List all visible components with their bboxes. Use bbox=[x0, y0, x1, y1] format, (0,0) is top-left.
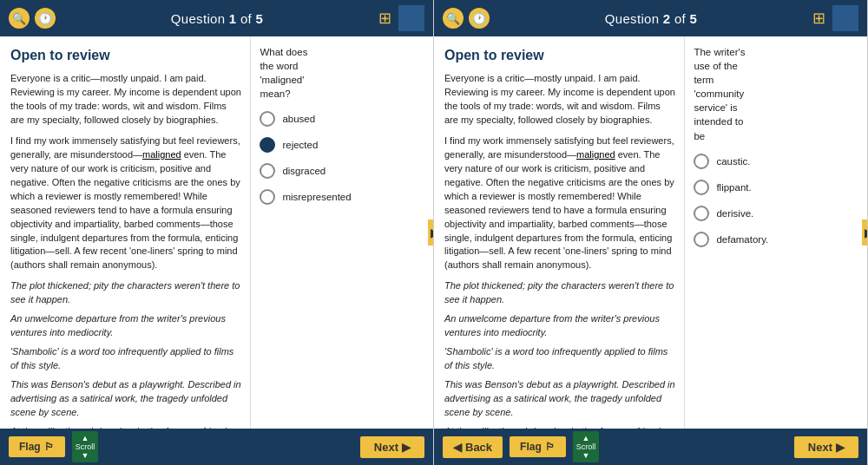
panel2-option-2[interactable]: flippant. bbox=[694, 180, 753, 195]
panel2-content-wrapper: Open to review Everyone is a critic—most… bbox=[434, 36, 867, 429]
panel2-option-3[interactable]: derisive. bbox=[694, 206, 753, 221]
radio-caustic[interactable] bbox=[694, 154, 709, 169]
panel1-header-nav[interactable] bbox=[398, 5, 424, 31]
panel1-option-2-label: rejected bbox=[282, 140, 318, 150]
panel1-left-pane: Open to review Everyone is a critic—most… bbox=[0, 36, 251, 429]
panel2-option-4-label: defamatory. bbox=[716, 234, 768, 245]
panel2-magnify-icon[interactable]: 🔍 bbox=[443, 8, 464, 29]
panel1-option-3-label: disgraced bbox=[282, 166, 326, 176]
panel2-passage-p2: I find my work immensely satisfying but … bbox=[444, 134, 675, 272]
panel2-left-pane: Open to review Everyone is a critic—most… bbox=[434, 36, 685, 429]
panel2-title: Question 2 of 5 bbox=[496, 11, 806, 26]
panel2-right-wrapper: The writer's use of the term 'community … bbox=[685, 36, 867, 429]
panel1-right-pane: What does the word 'maligned' mean? abus… bbox=[251, 36, 327, 224]
panel1-flag-button[interactable]: Flag 🏳 bbox=[9, 436, 65, 457]
panel2-option-1[interactable]: caustic. bbox=[694, 154, 753, 169]
back-arrow-icon: ◀ bbox=[453, 441, 462, 454]
panel1-header-icons: 🔍 🕐 bbox=[9, 8, 56, 29]
magnify-icon[interactable]: 🔍 bbox=[9, 8, 30, 29]
panel1-passage-p1: Everyone is a critic—mostly unpaid. I am… bbox=[10, 72, 241, 128]
panel1-mid-arrow[interactable]: ▶ bbox=[428, 219, 433, 246]
clock-icon[interactable]: 🕐 bbox=[35, 8, 56, 29]
radio-derisive[interactable] bbox=[694, 206, 709, 221]
panel2-option-2-label: flippant. bbox=[716, 182, 751, 193]
panel2-mid-arrow[interactable]: ▶ bbox=[862, 219, 867, 246]
panel1-header: 🔍 🕐 Question 1 of 5 ⊞ bbox=[0, 0, 433, 36]
panel1-quote-2: An unwelcome departure from the writer's… bbox=[10, 312, 241, 340]
panel1-quote-4: This was Benson's debut as a playwright.… bbox=[10, 378, 241, 420]
panel1-option-2[interactable]: rejected bbox=[260, 137, 319, 153]
radio-abused[interactable] bbox=[260, 111, 275, 127]
grid-icon[interactable]: ⊞ bbox=[378, 9, 391, 28]
panel2-quote-4: This was Benson's debut as a playwright.… bbox=[444, 378, 675, 420]
panel2-scroll-arrow-down: ▼ bbox=[582, 451, 590, 460]
panel1-option-1-label: abused bbox=[282, 114, 315, 124]
panel2-header-icons: 🔍 🕐 bbox=[443, 8, 490, 29]
maligned-word: maligned bbox=[142, 149, 181, 160]
panel2-scroll-indicator[interactable]: ▲ Scroll ▼ bbox=[573, 431, 600, 462]
panel2-scroll-label: Scroll bbox=[576, 442, 596, 451]
panel1-footer: Flag 🏳 ▲ Scroll ▼ Next ▶ bbox=[0, 429, 433, 465]
panel2-footer: ◀ Back Flag 🏳 ▲ Scroll ▼ Next ▶ bbox=[434, 429, 867, 465]
radio-flippant[interactable] bbox=[694, 180, 709, 195]
panel1-passage-p2: I find my work immensely satisfying but … bbox=[10, 134, 241, 272]
panel1-right-wrapper: What does the word 'maligned' mean? abus… bbox=[251, 36, 433, 429]
panel2-maligned-word: maligned bbox=[576, 149, 615, 160]
panel2-option-4[interactable]: defamatory. bbox=[694, 232, 753, 247]
panel1-option-4-label: misrepresented bbox=[282, 192, 351, 202]
panel2-quote-3: 'Shambolic' is a word too infrequently a… bbox=[444, 345, 675, 373]
panel2-grid-icon[interactable]: ⊞ bbox=[812, 9, 825, 28]
panel2-quote-2: An unwelcome departure from the writer's… bbox=[444, 312, 675, 340]
scroll-arrow-down: ▼ bbox=[81, 451, 89, 460]
panel1-content: Open to review Everyone is a critic—most… bbox=[0, 36, 433, 429]
panel2-content: Open to review Everyone is a critic—most… bbox=[434, 36, 867, 429]
panel1-quote-1: The plot thickened; pity the characters … bbox=[10, 279, 241, 307]
panel1-option-4[interactable]: misrepresented bbox=[260, 189, 319, 205]
panel2-flag-button[interactable]: Flag 🏳 bbox=[510, 436, 566, 457]
question-panel-1: 🔍 🕐 Question 1 of 5 ⊞ Open to review Eve… bbox=[0, 0, 434, 465]
panel2-passage-p1: Everyone is a critic—mostly unpaid. I am… bbox=[444, 72, 675, 128]
flag-icon: 🏳 bbox=[44, 441, 55, 453]
scroll-label: Scroll bbox=[76, 442, 95, 451]
panel2-scroll-arrow-up: ▲ bbox=[582, 434, 590, 442]
panel1-option-1[interactable]: abused bbox=[260, 111, 319, 127]
panel1-option-3[interactable]: disgraced bbox=[260, 163, 319, 179]
question-panel-2: 🔍 🕐 Question 2 of 5 ⊞ Open to review Eve… bbox=[434, 0, 868, 465]
panel1-quote-5: At times like these I draw inspiration f… bbox=[10, 425, 241, 429]
panel2-back-button[interactable]: ◀ Back bbox=[443, 436, 503, 458]
panel2-flag-icon: 🏳 bbox=[545, 441, 556, 453]
panel2-option-1-label: caustic. bbox=[716, 156, 750, 167]
next-arrow-icon: ▶ bbox=[402, 441, 411, 454]
panel2-right-pane: The writer's use of the term 'community … bbox=[685, 36, 761, 266]
panel2-quote-1: The plot thickened; pity the characters … bbox=[444, 279, 675, 307]
panel2-next-button[interactable]: Next ▶ bbox=[794, 436, 858, 458]
panel1-content-wrapper: Open to review Everyone is a critic—most… bbox=[0, 36, 433, 429]
panel2-quote-5: At times like these I draw inspiration f… bbox=[444, 425, 675, 429]
panel1-question-text: What does the word 'maligned' mean? bbox=[260, 45, 319, 101]
panel1-title: Question 1 of 5 bbox=[62, 11, 372, 26]
panel2-clock-icon[interactable]: 🕐 bbox=[469, 8, 490, 29]
panel2-question-text: The writer's use of the term 'community … bbox=[694, 45, 753, 143]
panel2-header: 🔍 🕐 Question 2 of 5 ⊞ bbox=[434, 0, 867, 36]
panel1-scroll-indicator[interactable]: ▲ Scroll ▼ bbox=[72, 431, 99, 462]
radio-misrepresented[interactable] bbox=[260, 189, 275, 205]
panel2-option-3-label: derisive. bbox=[716, 208, 753, 219]
panel1-quote-3: 'Shambolic' is a word too infrequently a… bbox=[10, 345, 241, 373]
panel2-next-arrow-icon: ▶ bbox=[836, 441, 845, 454]
radio-disgraced[interactable] bbox=[260, 163, 275, 179]
panel1-next-button[interactable]: Next ▶ bbox=[360, 436, 424, 458]
radio-rejected[interactable] bbox=[260, 137, 275, 153]
panel2-passage-title: Open to review bbox=[444, 45, 675, 65]
radio-defamatory[interactable] bbox=[694, 232, 709, 247]
panel2-header-nav[interactable] bbox=[832, 5, 858, 31]
scroll-arrow-up: ▲ bbox=[81, 434, 89, 442]
panel1-passage-title: Open to review bbox=[10, 45, 241, 65]
